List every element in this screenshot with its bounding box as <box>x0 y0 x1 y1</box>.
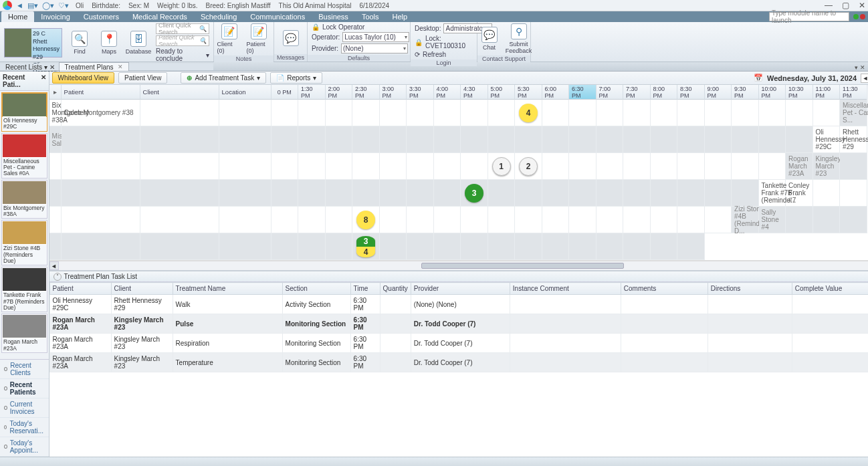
time-header[interactable]: 11:30 PM <box>840 85 867 100</box>
timeline-cell[interactable] <box>488 180 516 207</box>
timeline-cell[interactable] <box>596 100 624 126</box>
timeline-cell[interactable]: 8 <box>352 207 380 233</box>
task-bubble[interactable]: 3 <box>356 236 375 247</box>
timeline-cell[interactable] <box>705 126 732 153</box>
timeline-cell[interactable] <box>219 233 272 260</box>
patient-chip[interactable]: 29 C Rhett Hennessy #29 Oli Hennessy #29… <box>4 28 62 57</box>
lock-code[interactable]: 🔒Lock: CVET100310 <box>415 35 473 49</box>
task-col-complete-value[interactable]: Complete Value <box>792 283 868 295</box>
timeline-cell[interactable] <box>461 153 488 180</box>
qat-dropdown-icon[interactable]: ▤▾ <box>27 1 38 10</box>
collapse-icon[interactable]: ˅ <box>53 273 62 281</box>
timeline-scrollbar[interactable]: ◄ ► <box>49 261 868 270</box>
tab-treatment-plans[interactable]: Treatment Plans✕ <box>59 62 129 71</box>
timeline-cell[interactable] <box>569 153 596 180</box>
timeline-cell[interactable] <box>542 207 570 233</box>
patient-quick-search[interactable]: Patient Quick Search🔍 <box>156 35 209 46</box>
task-col-instance-comment[interactable]: Instance Comment <box>510 283 621 295</box>
timeline-cell[interactable] <box>732 153 759 180</box>
timeline-cell[interactable] <box>623 207 651 233</box>
time-header[interactable]: 9:00 PM <box>705 85 732 100</box>
maximize-button[interactable]: ▢ <box>842 1 849 10</box>
tab-patient-view[interactable]: Patient View <box>118 72 167 84</box>
timeline-cell[interactable] <box>461 207 488 233</box>
reports-button[interactable]: 📄Reports▾ <box>270 72 322 84</box>
timeline-cell[interactable] <box>461 100 488 126</box>
menu-business[interactable]: Business <box>312 11 355 22</box>
task-bubble[interactable]: 1 <box>492 157 511 176</box>
menu-customers[interactable]: Customers <box>77 11 126 22</box>
timeline-cell[interactable] <box>515 233 542 260</box>
close-icon[interactable]: ✕ <box>41 74 46 88</box>
timeline-cell[interactable] <box>542 233 570 260</box>
recent-patient-item[interactable]: Miscellaneous Pet - Canine Sales #0A <box>1 133 47 179</box>
timeline-cell[interactable] <box>515 207 542 233</box>
menu-invoicing[interactable]: Invoicing <box>34 11 76 22</box>
scroll-thumb[interactable] <box>421 263 624 269</box>
timeline-cell[interactable] <box>62 233 140 260</box>
timeline-cell[interactable] <box>651 100 678 126</box>
timeline-cell[interactable] <box>434 100 461 126</box>
time-header[interactable]: 8:00 PM <box>651 85 678 100</box>
timeline-cell[interactable] <box>623 100 651 126</box>
timeline-cell[interactable] <box>326 100 353 126</box>
timeline-cell[interactable] <box>298 180 326 207</box>
col-location[interactable]: Location <box>219 85 272 100</box>
tabstrip-controls[interactable]: ▾ ✕ <box>852 64 868 71</box>
timeline-cell[interactable] <box>380 207 407 233</box>
recent-lists-dropdown[interactable]: Recent Lists ▾ ✕ <box>1 64 59 71</box>
maps-button[interactable]: 📍Maps <box>97 31 121 55</box>
time-header[interactable]: 6:30 PM <box>569 85 596 100</box>
timeline-cell[interactable] <box>623 180 651 207</box>
timeline-cell[interactable] <box>272 180 299 207</box>
task-bubble[interactable]: 3 <box>465 184 483 203</box>
timeline-cell[interactable] <box>705 180 732 207</box>
timeline-cell[interactable] <box>219 126 272 153</box>
timeline-cell[interactable] <box>732 126 759 153</box>
task-row[interactable]: Oli Hennessy #29CRhett Hennessy #29WalkA… <box>49 295 868 314</box>
time-header[interactable]: 7:00 PM <box>596 85 624 100</box>
timeline-cell[interactable] <box>623 233 651 260</box>
patient-notes-button[interactable]: 📝Patient (0) <box>247 23 271 54</box>
timeline-cell[interactable] <box>219 100 272 126</box>
calendar-icon[interactable]: 📅 <box>754 74 763 82</box>
task-col-section[interactable]: Section <box>282 283 350 295</box>
timeline-cell[interactable] <box>569 233 596 260</box>
provider-select[interactable]: (None) <box>341 43 408 53</box>
menu-communications[interactable]: Communications <box>243 11 312 22</box>
timeline-cell[interactable] <box>326 153 353 180</box>
task-row[interactable]: Rogan March #23AKingsley March #23PulseM… <box>49 314 868 334</box>
client-notes-button[interactable]: 📝Client (0) <box>217 23 241 54</box>
timeline-cell[interactable] <box>298 207 326 233</box>
timeline-cell[interactable] <box>49 207 62 233</box>
timeline-cell[interactable] <box>542 126 570 153</box>
client-quick-search[interactable]: Client Quick Search🔍 <box>156 23 209 34</box>
timeline-cell[interactable] <box>651 233 678 260</box>
timeline-cell[interactable] <box>732 100 759 126</box>
timeline-cell[interactable] <box>49 180 62 207</box>
timeline-cell[interactable] <box>488 100 516 126</box>
chat-button[interactable]: 💬Chat <box>477 27 502 51</box>
expand-filters-button[interactable]: ▸ <box>49 85 62 100</box>
timeline-cell[interactable] <box>380 233 407 260</box>
timeline-cell[interactable]: 4 <box>515 100 542 126</box>
timeline-cell[interactable] <box>434 153 461 180</box>
recent-patient-item[interactable]: Bix Montgomery #38A <box>1 180 47 219</box>
timeline-cell[interactable] <box>326 233 353 260</box>
timeline-cell[interactable] <box>219 153 272 180</box>
qat-back-icon[interactable]: ◄ <box>16 1 23 9</box>
menu-home[interactable]: Home <box>1 11 34 22</box>
time-header[interactable]: 9:30 PM <box>732 85 759 100</box>
timeline-cell[interactable] <box>352 180 380 207</box>
timeline-cell[interactable] <box>569 207 596 233</box>
timeline-cell[interactable] <box>759 153 786 180</box>
timeline-cell[interactable] <box>840 207 867 233</box>
timeline-cell[interactable] <box>380 153 407 180</box>
menu-medical-records[interactable]: Medical Records <box>126 11 194 22</box>
timeline-cell[interactable] <box>677 180 705 207</box>
timeline-cell[interactable] <box>380 126 407 153</box>
timeline-cell[interactable] <box>140 180 219 207</box>
time-header[interactable]: 4:30 PM <box>461 85 488 100</box>
timeline-cell[interactable] <box>298 233 326 260</box>
recent-patient-item[interactable]: Rogan March #23A <box>1 314 47 353</box>
